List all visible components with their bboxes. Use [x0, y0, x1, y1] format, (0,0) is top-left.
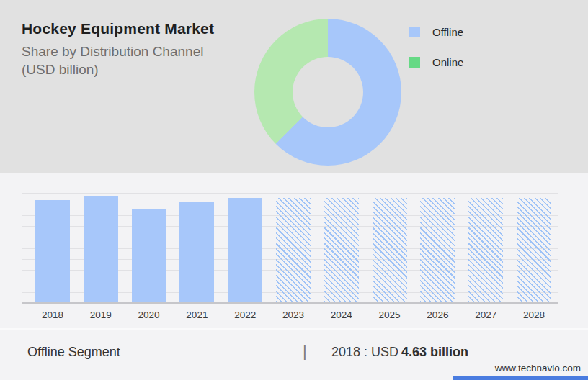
x-tick-label-2025: 2025: [370, 309, 410, 320]
x-axis-line: [22, 302, 558, 304]
stat-text: 2018 : USD4.63 billion: [331, 345, 468, 360]
subtitle-line-1: Share by Distribution Channel: [22, 42, 252, 60]
x-tick-label-2027: 2027: [466, 309, 506, 320]
segment-label: Offline Segment: [27, 345, 120, 360]
header-section: Hockey Equipment Market Share by Distrib…: [0, 0, 588, 173]
x-tick-label-2022: 2022: [225, 309, 265, 320]
bar-2022: [228, 198, 262, 302]
bar-2026: [420, 198, 455, 302]
donut-chart: [254, 19, 401, 166]
bar-2023: [276, 198, 311, 302]
subtitle-line-2: (USD billion): [22, 60, 252, 78]
legend-item-offline: Offline: [409, 26, 463, 38]
footer-section: Offline Segment | 2018 : USD4.63 billion…: [0, 328, 588, 380]
bar-2018: [35, 200, 70, 302]
bar-2028: [517, 198, 551, 302]
x-tick-label-2028: 2028: [514, 309, 554, 320]
legend-label-offline: Offline: [432, 26, 463, 38]
x-tick-label-2020: 2020: [129, 309, 169, 320]
stat-prefix: 2018 : USD: [331, 345, 398, 359]
x-tick-label-2023: 2023: [273, 309, 313, 320]
footer-divider: |: [303, 342, 307, 361]
bar-2027: [468, 198, 503, 302]
y-axis-line: [22, 194, 22, 304]
stat-value: 4.63 billion: [401, 345, 468, 359]
bar-2019: [84, 196, 118, 302]
page-title: Hockey Equipment Market: [22, 19, 252, 38]
bar-chart-section: 2018201920202021202220232024202520262027…: [0, 173, 588, 328]
donut-hole: [293, 57, 363, 127]
x-tick-label-2018: 2018: [32, 309, 73, 320]
bar-2021: [179, 202, 214, 302]
online-swatch-icon: [409, 57, 420, 68]
bar-2020: [132, 209, 166, 302]
bar-2024: [324, 198, 359, 302]
x-tick-label-2019: 2019: [81, 309, 121, 320]
website-link[interactable]: www.technavio.com: [495, 363, 581, 374]
gridline: [22, 193, 558, 194]
bar-plot: [22, 194, 558, 304]
x-tick-label-2021: 2021: [177, 309, 217, 320]
title-block: Hockey Equipment Market Share by Distrib…: [22, 19, 252, 78]
legend-item-online: Online: [409, 56, 463, 68]
x-tick-label-2024: 2024: [321, 309, 362, 320]
offline-swatch-icon: [409, 27, 420, 37]
bar-2025: [373, 198, 407, 302]
legend-label-online: Online: [432, 56, 463, 68]
legend: Offline Online: [409, 26, 463, 86]
x-tick-label-2026: 2026: [417, 309, 458, 320]
footer-accent-bar: [453, 376, 588, 380]
